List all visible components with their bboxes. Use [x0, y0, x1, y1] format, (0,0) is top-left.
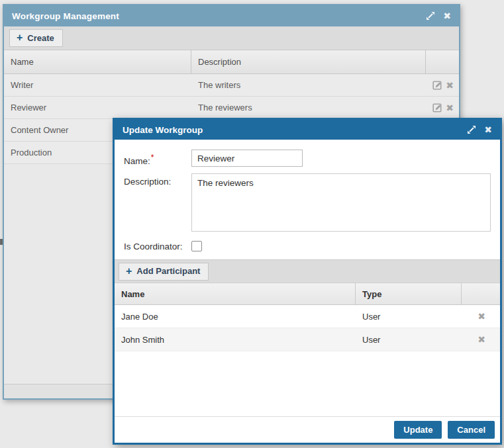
participant-type-cell: User — [356, 305, 462, 328]
workgroup-name-cell: Reviewer — [4, 97, 191, 118]
remove-participant-icon[interactable]: ✖ — [478, 312, 485, 321]
name-field-row: Name:* — [124, 150, 491, 167]
row-actions: ✖ — [462, 328, 500, 351]
workgroup-table-header: Name Description — [4, 50, 459, 74]
delete-icon[interactable]: ✖ — [446, 81, 454, 90]
modal-form: Name:* Description: The reviewers Is Coo… — [115, 140, 500, 259]
table-row[interactable]: Writer The writers ✖ — [4, 74, 459, 97]
modal-footer: Update Cancel — [115, 416, 500, 443]
column-header-actions — [426, 50, 459, 73]
workgroup-name-cell: Writer — [4, 74, 191, 96]
update-workgroup-modal: Update Workgroup ✖ Name:* — [113, 118, 502, 445]
name-label: Name:* — [124, 150, 191, 166]
delete-icon[interactable]: ✖ — [446, 103, 454, 112]
participants-toolbar: + Add Participant — [115, 259, 500, 283]
table-row[interactable]: Reviewer The reviewers ✖ — [4, 97, 459, 119]
maximize-icon[interactable] — [467, 125, 476, 134]
edit-icon[interactable] — [432, 103, 442, 112]
participants-empty-area — [115, 351, 500, 416]
description-label: Description: — [124, 173, 191, 187]
column-header-actions — [462, 283, 500, 304]
name-input[interactable] — [191, 150, 303, 167]
row-actions: ✖ — [426, 97, 459, 118]
column-header-name[interactable]: Name — [115, 283, 356, 304]
plus-icon: + — [17, 33, 23, 42]
close-icon[interactable]: ✖ — [484, 125, 492, 134]
plus-icon: + — [126, 267, 132, 276]
window-toolbar: + Create — [4, 26, 459, 50]
column-header-name[interactable]: Name — [4, 50, 191, 73]
workgroup-description-cell: The writers — [191, 74, 426, 96]
is-coordinator-label: Is Coordinator: — [124, 242, 191, 251]
column-header-type[interactable]: Type — [356, 283, 462, 304]
description-field-row: Description: The reviewers — [124, 173, 491, 232]
create-button-label: Create — [27, 33, 54, 43]
update-button[interactable]: Update — [394, 421, 442, 439]
modal-titlebar-icons: ✖ — [467, 125, 492, 134]
modal-title: Update Workgroup — [123, 125, 203, 135]
row-actions: ✖ — [426, 74, 459, 96]
participant-name-cell: John Smith — [115, 328, 356, 351]
workgroup-description-cell: The reviewers — [191, 97, 426, 118]
add-participant-label: Add Participant — [136, 266, 200, 276]
participant-row[interactable]: Jane Doe User ✖ — [115, 305, 500, 328]
edit-icon[interactable] — [432, 80, 442, 90]
participant-row[interactable]: John Smith User ✖ — [115, 328, 500, 351]
required-asterisk: * — [151, 153, 154, 162]
description-textarea[interactable]: The reviewers — [191, 173, 491, 232]
row-actions: ✖ — [462, 305, 500, 328]
close-icon[interactable]: ✖ — [443, 11, 451, 21]
is-coordinator-checkbox[interactable] — [191, 241, 202, 251]
window-titlebar: Workgroup Management ✖ — [4, 5, 459, 26]
participant-name-cell: Jane Doe — [115, 305, 356, 328]
create-button[interactable]: + Create — [9, 29, 63, 47]
column-header-description[interactable]: Description — [191, 50, 426, 73]
page: Workgroup Management ✖ + Create — [0, 0, 504, 448]
remove-participant-icon[interactable]: ✖ — [478, 335, 485, 344]
maximize-icon[interactable] — [426, 11, 435, 21]
participants-table-header: Name Type — [115, 283, 500, 305]
participant-type-cell: User — [356, 328, 462, 351]
add-participant-button[interactable]: + Add Participant — [119, 263, 209, 281]
cancel-button[interactable]: Cancel — [448, 421, 495, 439]
modal-titlebar: Update Workgroup ✖ — [115, 120, 500, 140]
window-titlebar-icons: ✖ — [426, 11, 451, 21]
is-coordinator-row: Is Coordinator: — [124, 241, 491, 251]
window-title: Workgroup Management — [12, 11, 119, 21]
